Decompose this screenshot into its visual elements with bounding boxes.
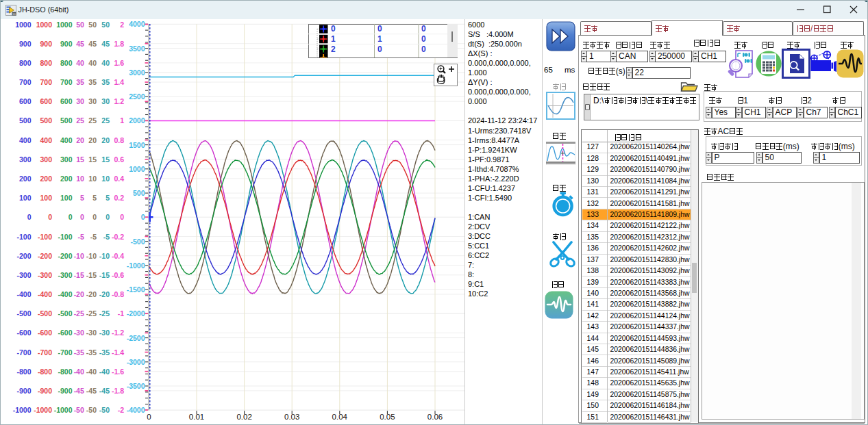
- svg-text:16: 16: [12, 12, 16, 15]
